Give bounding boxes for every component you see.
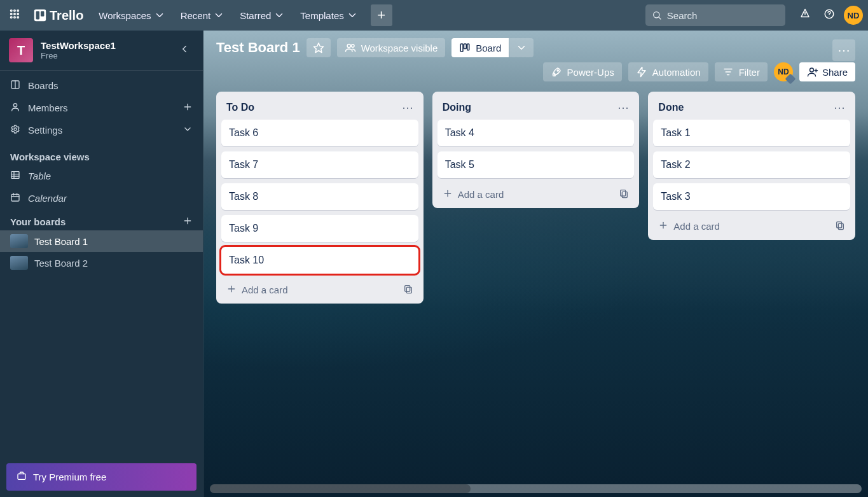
svg-point-36 xyxy=(351,45,354,48)
chevron-down-icon[interactable] xyxy=(183,124,193,136)
list: Doing⋯Task 4Task 5Add a card xyxy=(432,92,640,208)
plus-icon xyxy=(658,220,668,232)
plus-icon[interactable] xyxy=(183,216,193,228)
board-view-button[interactable]: Board xyxy=(451,38,509,57)
search-box[interactable] xyxy=(645,4,785,26)
add-card-label: Add a card xyxy=(458,189,504,200)
add-card-label: Add a card xyxy=(242,284,288,295)
try-premium-button[interactable]: Try Premium free xyxy=(6,463,196,491)
logo-text: Trello xyxy=(50,8,83,23)
template-icon[interactable] xyxy=(403,284,413,296)
card[interactable]: Task 9 xyxy=(221,215,418,242)
sidebar-collapse-button[interactable] xyxy=(175,39,194,61)
help-icon[interactable] xyxy=(820,4,839,26)
horizontal-scrollbar[interactable] xyxy=(210,484,862,493)
svg-point-22 xyxy=(14,128,17,130)
sidebar-item-label: Table xyxy=(28,171,51,181)
notifications-icon[interactable] xyxy=(796,4,815,26)
card[interactable]: Task 1 xyxy=(653,120,850,146)
svg-rect-27 xyxy=(11,194,19,201)
list-title[interactable]: Doing xyxy=(443,102,471,113)
chevron-down-icon xyxy=(347,10,358,21)
svg-rect-10 xyxy=(36,11,40,20)
card[interactable]: Task 5 xyxy=(437,151,635,178)
list-header: Doing⋯ xyxy=(437,97,635,120)
nav-menus: Workspaces Recent Starred Templates + xyxy=(92,4,392,26)
svg-marker-41 xyxy=(638,67,645,77)
svg-point-16 xyxy=(829,16,830,17)
card[interactable]: Task 7 xyxy=(221,151,418,178)
svg-point-35 xyxy=(347,44,350,47)
automation-button[interactable]: Automation xyxy=(628,62,708,81)
rocket-icon xyxy=(551,66,562,78)
svg-point-3 xyxy=(11,13,12,15)
list-menu-button[interactable]: ⋯ xyxy=(402,101,413,115)
board-canvas: Test Board 1 Workspace visible Board ⋯ P… xyxy=(203,31,868,497)
user-avatar[interactable]: ND xyxy=(844,6,863,25)
sidebar: T TestWorkspace1 Free Boards Members Set… xyxy=(0,31,203,497)
workspace-tile: T xyxy=(9,38,33,62)
topnav-right: ND xyxy=(796,4,863,26)
board-menu-button[interactable]: ⋯ xyxy=(832,39,855,61)
plus-icon xyxy=(443,188,453,200)
sidebar-board-label: Test Board 2 xyxy=(34,258,88,269)
visibility-button[interactable]: Workspace visible xyxy=(337,38,446,57)
board-member-avatar[interactable]: ND xyxy=(774,62,793,81)
sidebar-item-label: Calendar xyxy=(28,193,67,204)
nav-starred[interactable]: Starred xyxy=(233,6,291,25)
power-ups-button[interactable]: Power-Ups xyxy=(543,62,622,81)
view-switcher-button[interactable] xyxy=(509,38,534,57)
list: Done⋯Task 1Task 2Task 3Add a card xyxy=(648,92,855,240)
chevron-down-icon xyxy=(273,10,285,21)
template-icon[interactable] xyxy=(619,188,629,200)
scrollbar-thumb[interactable] xyxy=(210,484,471,493)
filter-button[interactable]: Filter xyxy=(715,62,768,81)
list-menu-button[interactable]: ⋯ xyxy=(617,101,629,115)
workspace-header: T TestWorkspace1 Free xyxy=(0,31,203,71)
add-card-button[interactable]: Add a card xyxy=(653,215,850,235)
chevron-down-icon xyxy=(154,10,165,21)
card[interactable]: Task 2 xyxy=(653,151,850,178)
sidebar-section-your-boards: Your boards xyxy=(0,209,203,230)
sidebar-item-label: Boards xyxy=(28,80,59,91)
sidebar-section-views: Workspace views xyxy=(0,145,203,165)
top-nav: Trello Workspaces Recent Starred Templat… xyxy=(0,0,868,31)
board-title[interactable]: Test Board 1 xyxy=(216,39,300,56)
nav-workspaces[interactable]: Workspaces xyxy=(92,6,171,25)
card[interactable]: Task 6 xyxy=(221,120,418,146)
template-icon[interactable] xyxy=(835,220,845,232)
sidebar-view-calendar[interactable]: Calendar xyxy=(0,187,203,209)
sidebar-view-table[interactable]: Table xyxy=(0,165,203,187)
svg-point-40 xyxy=(557,70,558,71)
create-button[interactable]: + xyxy=(371,4,392,26)
share-button[interactable]: Share xyxy=(799,62,855,81)
card[interactable]: Task 10 xyxy=(221,247,418,274)
nav-recent[interactable]: Recent xyxy=(174,6,231,25)
sidebar-item-members[interactable]: Members xyxy=(0,97,203,119)
list-title[interactable]: To Do xyxy=(226,102,254,113)
plus-icon[interactable] xyxy=(183,102,193,114)
board-header: Test Board 1 Workspace visible Board ⋯ xyxy=(203,31,868,62)
list-title[interactable]: Done xyxy=(658,102,684,113)
board-view-label: Board xyxy=(476,43,501,53)
svg-point-5 xyxy=(17,13,18,15)
apps-launcher-icon[interactable] xyxy=(5,4,24,26)
sidebar-board-label: Test Board 1 xyxy=(34,236,88,247)
add-card-button[interactable]: Add a card xyxy=(437,183,635,203)
sidebar-item-settings[interactable]: Settings xyxy=(0,119,203,141)
sidebar-board-item[interactable]: Test Board 2 xyxy=(0,252,203,274)
nav-templates[interactable]: Templates xyxy=(294,6,364,25)
board-thumbnail xyxy=(10,234,28,248)
trello-logo[interactable]: Trello xyxy=(28,8,88,23)
briefcase-icon xyxy=(17,471,27,483)
card[interactable]: Task 3 xyxy=(653,183,850,210)
sidebar-item-boards[interactable]: Boards xyxy=(0,74,203,97)
sidebar-board-item[interactable]: Test Board 1 xyxy=(0,230,203,252)
search-input[interactable] xyxy=(667,10,779,21)
star-board-button[interactable] xyxy=(307,38,331,57)
add-card-button[interactable]: Add a card xyxy=(221,279,418,298)
svg-rect-54 xyxy=(621,190,626,196)
list-menu-button[interactable]: ⋯ xyxy=(834,101,845,115)
card[interactable]: Task 4 xyxy=(437,120,635,146)
card[interactable]: Task 8 xyxy=(221,183,418,210)
